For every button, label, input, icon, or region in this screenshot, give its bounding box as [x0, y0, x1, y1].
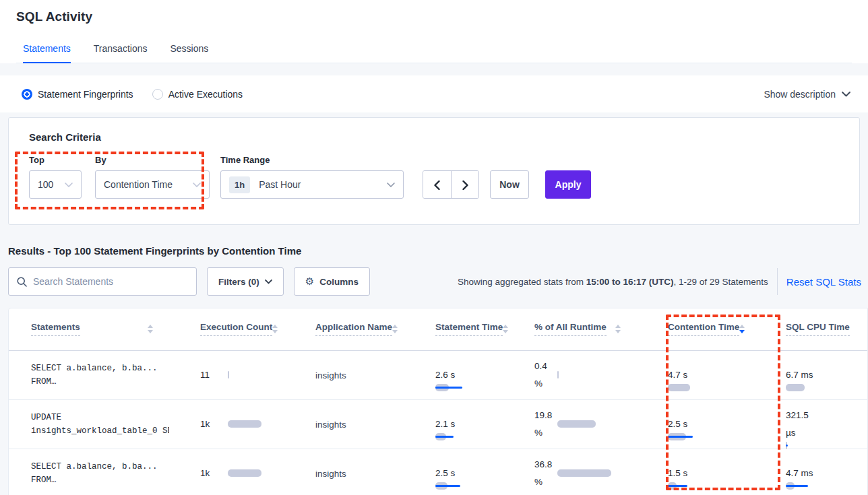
statement-cell[interactable]: SELECT a.balance, b.ba... FROM… — [9, 449, 169, 495]
runtime-pct-cell: 36.8 % — [503, 449, 637, 495]
columns-label: Columns — [319, 277, 359, 287]
columns-button[interactable]: ⚙ Columns — [294, 267, 370, 296]
radio-selected-icon[interactable] — [22, 89, 32, 100]
tab-sessions[interactable]: Sessions — [170, 38, 208, 63]
chevron-right-icon — [462, 180, 468, 190]
runtime-pct-bar — [557, 371, 637, 378]
statements-table: Statements Execution Count Application N… — [9, 308, 868, 495]
statement-cell[interactable]: UPDATE insights_workload_table_0 SE… — [9, 399, 169, 449]
statements-table-card: Statements Execution Count Application N… — [8, 308, 868, 495]
chevron-down-icon — [193, 183, 201, 187]
view-mode-bar: Statement Fingerprints Active Executions… — [0, 75, 868, 112]
top-select-value: 100 — [38, 179, 53, 190]
radio-statement-fingerprints[interactable]: Statement Fingerprints — [22, 89, 133, 100]
radio-active-executions[interactable]: Active Executions — [152, 89, 243, 100]
column-header-sql-cpu-time[interactable]: SQL CPU Time — [755, 308, 868, 350]
filters-label: Filters (0) — [218, 277, 259, 287]
search-icon — [17, 277, 27, 287]
execution-count-cell: 1k — [169, 399, 284, 449]
filters-button[interactable]: Filters (0) — [207, 267, 284, 296]
column-header-application-name[interactable]: Application Name — [284, 308, 404, 350]
show-description-label: Show description — [764, 89, 836, 100]
by-select-value: Contention Time — [104, 179, 173, 190]
chevron-down-icon — [65, 183, 73, 187]
execution-count-bar — [228, 420, 284, 428]
column-header-contention-time[interactable]: Contention Time — [637, 308, 755, 350]
sort-icon-active-desc[interactable] — [739, 325, 745, 333]
top-select[interactable]: 100 — [29, 170, 82, 199]
showing-stats-text: Showing aggregated stats from 15:00 to 1… — [458, 277, 768, 287]
tab-statements[interactable]: Statements — [23, 38, 71, 63]
column-header-execution-count[interactable]: Execution Count — [169, 308, 284, 350]
sort-icon[interactable] — [503, 325, 508, 333]
table-body: SELECT a.balance, b.ba... FROM… 11 insig… — [9, 350, 868, 495]
time-range-select[interactable]: 1h Past Hour — [220, 170, 404, 199]
runtime-pct-bar — [557, 469, 637, 477]
search-criteria-controls: Top 100 By Contention Time Time Range — [29, 155, 843, 199]
time-nav-group — [423, 170, 479, 199]
time-prev-button[interactable] — [423, 171, 451, 199]
column-header-statements[interactable]: Statements — [9, 308, 169, 350]
time-range-label: Time Range — [220, 155, 404, 165]
sql-cpu-time-cell: 4.7 ms — [755, 449, 868, 495]
sort-icon[interactable] — [615, 325, 621, 333]
table-row[interactable]: SELECT a.balance, b.ba... FROM… 11 insig… — [9, 350, 868, 399]
sort-icon[interactable] — [392, 325, 398, 333]
statement-time-cell: 2.6 s — [404, 350, 503, 399]
application-name-cell: insights — [284, 449, 404, 495]
results-toolbar: Filters (0) ⚙ Columns Showing aggregated… — [8, 267, 861, 296]
show-description-toggle[interactable]: Show description — [764, 89, 850, 100]
tab-bar: Statements Transactions Sessions — [16, 38, 852, 63]
table-row[interactable]: UPDATE insights_workload_table_0 SE… 1k … — [9, 399, 868, 449]
time-next-button[interactable] — [451, 171, 478, 199]
sort-icon[interactable] — [148, 325, 153, 333]
search-statements-box[interactable] — [8, 267, 197, 296]
toolbar-right: Showing aggregated stats from 15:00 to 1… — [458, 268, 861, 295]
reset-sql-stats-link[interactable]: Reset SQL Stats — [786, 276, 861, 288]
chevron-down-icon — [387, 183, 395, 187]
apply-button[interactable]: Apply — [545, 170, 591, 199]
sort-icon[interactable] — [272, 325, 278, 333]
sql-cpu-time-cell: 6.7 ms — [755, 350, 868, 399]
statement-time-cell: 2.5 s — [404, 449, 503, 495]
column-header-statement-time[interactable]: Statement Time — [404, 308, 503, 350]
page-title: SQL Activity — [16, 9, 852, 24]
time-range-control: Time Range 1h Past Hour — [220, 155, 404, 199]
tab-transactions[interactable]: Transactions — [94, 38, 148, 63]
application-name-cell: insights — [284, 399, 404, 449]
runtime-pct-cell: 19.8 % — [503, 399, 637, 449]
table-header-row: Statements Execution Count Application N… — [9, 308, 868, 350]
table-row[interactable]: SELECT a.balance, b.ba... FROM… 1k insig… — [9, 449, 868, 495]
execution-count-bar — [228, 371, 284, 378]
radio-label: Statement Fingerprints — [38, 89, 133, 100]
top-label: Top — [29, 155, 95, 165]
runtime-pct-cell: 0.4 % — [503, 350, 637, 399]
time-range-value: Past Hour — [259, 179, 301, 190]
column-header-runtime-pct[interactable]: % of All Runtime — [503, 308, 637, 350]
contention-time-cell: 2.5 s — [637, 399, 755, 449]
runtime-pct-bar — [557, 420, 637, 428]
radio-unselected-icon[interactable] — [152, 89, 163, 100]
sql-activity-page: SQL Activity Statements Transactions Ses… — [0, 0, 868, 495]
now-button[interactable]: Now — [490, 170, 529, 199]
chevron-down-icon — [265, 279, 272, 284]
top-control: Top 100 — [29, 155, 95, 199]
contention-time-cell: 4.7 s — [637, 350, 755, 399]
by-select[interactable]: Contention Time — [95, 170, 210, 199]
results-heading: Results - Top 100 Statement Fingerprints… — [8, 245, 860, 257]
application-name-cell: insights — [284, 350, 404, 399]
search-criteria-heading: Search Criteria — [29, 131, 843, 143]
execution-count-bar — [228, 469, 284, 477]
statement-time-cell: 2.1 s — [404, 399, 503, 449]
execution-count-cell: 1k — [169, 449, 284, 495]
by-label: By — [95, 155, 220, 165]
chevron-left-icon — [434, 180, 440, 190]
search-statements-input[interactable] — [33, 276, 188, 287]
chevron-down-icon — [842, 92, 850, 97]
time-range-badge: 1h — [229, 176, 250, 193]
execution-count-cell: 11 — [169, 350, 284, 399]
search-criteria-card: Search Criteria Top 100 By Contention Ti… — [8, 117, 860, 225]
gear-icon: ⚙ — [305, 275, 314, 288]
page-body: Statement Fingerprints Active Executions… — [0, 63, 868, 495]
statement-cell[interactable]: SELECT a.balance, b.ba... FROM… — [9, 350, 169, 399]
